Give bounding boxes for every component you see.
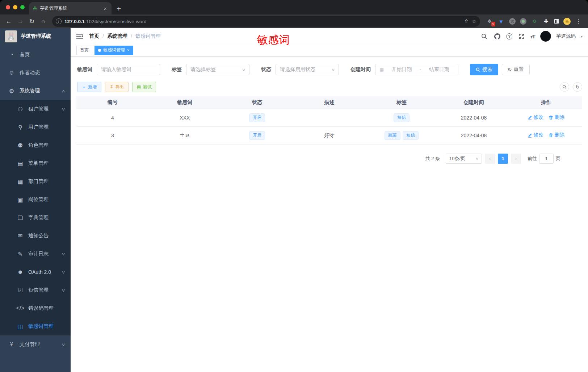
close-tag-icon[interactable]: × xyxy=(127,48,130,53)
sidebar-logo[interactable]: 🐰 芋道管理系统 xyxy=(0,28,71,44)
site-info-icon[interactable]: i xyxy=(56,18,62,24)
user-avatar[interactable] xyxy=(540,31,551,42)
fullscreen-icon[interactable] xyxy=(517,32,525,40)
sidebar-item-审计日志[interactable]: ✎审计日志∨ xyxy=(0,245,71,263)
extensions-puzzle-icon[interactable]: ✚ xyxy=(542,18,550,25)
sidebar-item-字典管理[interactable]: ❏字典管理 xyxy=(0,209,71,227)
cell-word: 土豆 xyxy=(149,126,221,144)
status-badge[interactable]: 开启 xyxy=(249,113,265,122)
prev-page-button[interactable]: ‹ xyxy=(485,154,495,164)
window-controls[interactable] xyxy=(6,5,25,9)
search-icon[interactable] xyxy=(480,32,488,40)
keyword-input[interactable]: 请输入敏感词 xyxy=(97,64,160,75)
view-tag-首页[interactable]: 首页 xyxy=(76,46,92,55)
search-button[interactable]: 搜索 xyxy=(470,64,498,75)
delete-link[interactable]: 删除 xyxy=(549,132,564,138)
star-extension-icon[interactable]: ✩ xyxy=(531,18,538,25)
refresh-table-button[interactable]: ↻ xyxy=(573,82,582,92)
reset-button-label: 重置 xyxy=(514,66,524,73)
sidebar-item-部门管理[interactable]: ▦部门管理 xyxy=(0,172,71,191)
reset-button[interactable]: ↻ 重置 xyxy=(502,64,530,75)
sidebar-item-用户管理[interactable]: ⚲用户管理 xyxy=(0,118,71,136)
app-title: 芋道管理系统 xyxy=(21,33,51,39)
cell-description: 好呀 xyxy=(293,126,366,144)
zoom-window-button[interactable] xyxy=(20,5,25,9)
column-header-敏感词: 敏感词 xyxy=(149,96,221,109)
sidebar-item-label: 支付管理 xyxy=(20,341,62,348)
user-name[interactable]: 芋道源码 xyxy=(556,33,576,39)
cell-description xyxy=(293,109,366,126)
collapse-sidebar-icon[interactable] xyxy=(76,33,83,39)
sidebar-item-错误码管理[interactable]: </>错误码管理 xyxy=(0,299,71,317)
breadcrumb-separator: / xyxy=(131,33,132,39)
edit-link-label: 修改 xyxy=(533,132,543,138)
side-panel-icon[interactable] xyxy=(554,19,559,24)
delete-link[interactable]: 删除 xyxy=(549,114,564,121)
edit-link[interactable]: 修改 xyxy=(528,114,543,121)
browser-menu-icon[interactable]: ⋮ xyxy=(575,18,582,25)
home-icon[interactable]: ⌂ xyxy=(38,16,49,26)
pagination: 共 2 条 10条/页 ∨ ‹ 1 › 前往 1 页 xyxy=(76,154,582,164)
funnel-extension-icon[interactable]: ▼ xyxy=(497,18,505,25)
next-page-button[interactable]: › xyxy=(511,154,521,164)
tenant-icon: ⚇ xyxy=(16,106,25,113)
profile-avatar[interactable]: ☺ xyxy=(563,18,571,25)
sidebar-item-首页[interactable]: ◔首页 xyxy=(0,46,71,64)
view-tag-敏感词管理[interactable]: 敏感词管理× xyxy=(94,46,133,55)
browser-tab[interactable]: ☘ 芋道管理系统 × xyxy=(29,2,112,14)
add-button[interactable]: ＋ 新增 xyxy=(77,82,101,92)
tag-select[interactable]: 请选择标签 ∨ xyxy=(186,64,249,75)
minimize-window-button[interactable] xyxy=(13,5,17,9)
sidebar-item-支付管理[interactable]: ¥支付管理∨ xyxy=(0,335,71,354)
share-icon[interactable]: ⇧ xyxy=(464,18,469,25)
sidebar-item-租户管理[interactable]: ⚇租户管理∨ xyxy=(0,100,71,118)
forward-icon[interactable]: → xyxy=(15,16,25,26)
column-header-标签: 标签 xyxy=(365,96,438,109)
page-size-select[interactable]: 10条/页 ∨ xyxy=(446,154,482,164)
keyword-label: 敏感词 xyxy=(77,66,92,73)
status-badge[interactable]: 开启 xyxy=(249,131,265,140)
command-extension-icon[interactable]: ⌘ xyxy=(509,18,516,25)
status-label: 状态 xyxy=(261,66,271,73)
close-window-button[interactable] xyxy=(6,5,10,9)
help-icon[interactable]: ? xyxy=(506,33,512,39)
sidebar-item-作者动态[interactable]: ☺作者动态 xyxy=(0,64,71,82)
sidebar-item-通知公告[interactable]: ✉通知公告 xyxy=(0,227,71,245)
test-button[interactable]: ▤ 测试 xyxy=(132,82,156,92)
reload-icon[interactable]: ↻ xyxy=(27,16,37,26)
github-icon[interactable] xyxy=(493,32,501,40)
show-search-toggle-button[interactable] xyxy=(560,82,569,92)
goto-page-input[interactable]: 1 xyxy=(539,154,554,164)
sidebar-item-敏感词管理[interactable]: ◫敏感词管理 xyxy=(0,317,71,335)
status-select[interactable]: 请选择启用状态 ∨ xyxy=(276,64,339,75)
back-icon[interactable]: ← xyxy=(4,16,14,26)
cell-status: 开启 xyxy=(221,109,293,126)
plus-icon: ＋ xyxy=(82,84,86,90)
tab-grid-extension-icon[interactable]: ❖ 9 xyxy=(486,18,493,25)
sidebar-item-OAuth 2.0[interactable]: ☻OAuth 2.0∨ xyxy=(0,263,71,281)
goto-label: 前往 xyxy=(528,155,537,162)
total-count: 共 2 条 xyxy=(425,155,440,162)
post-icon: ▣ xyxy=(16,196,25,203)
sidebar-item-系统管理[interactable]: ⚙系统管理∧ xyxy=(0,82,71,100)
font-size-icon[interactable]: тT xyxy=(530,33,535,39)
bookmark-star-icon[interactable]: ☆ xyxy=(472,18,476,25)
breadcrumb-item[interactable]: 系统管理 xyxy=(107,33,127,39)
sidebar-item-短信管理[interactable]: ☑短信管理∨ xyxy=(0,281,71,299)
address-bar[interactable]: i 127.0.0.1:1024/system/sensitive-word ⇧… xyxy=(52,16,480,27)
edit-link[interactable]: 修改 xyxy=(528,132,543,138)
date-range-input[interactable]: ▦ 开始日期 - 结束日期 xyxy=(375,64,458,75)
user-menu-caret-icon[interactable]: ▾ xyxy=(581,34,583,38)
sidebar-item-菜单管理[interactable]: ▤菜单管理 xyxy=(0,154,71,172)
tag-placeholder: 请选择标签 xyxy=(190,66,216,73)
sidebar-item-角色管理[interactable]: ⚉角色管理 xyxy=(0,136,71,154)
export-button[interactable]: ↧ 导出 xyxy=(105,82,129,92)
breadcrumb-item[interactable]: 首页 xyxy=(89,33,99,39)
page-number-button[interactable]: 1 xyxy=(498,154,508,164)
sidebar-item-岗位管理[interactable]: ▣岗位管理 xyxy=(0,191,71,209)
main-area: 首页/系统管理/敏感词管理 敏感词 ? тT 芋道源码 ▾ 首页敏感词管理× xyxy=(71,28,588,372)
recorder-extension-icon[interactable] xyxy=(520,18,526,25)
close-tab-icon[interactable]: × xyxy=(102,5,108,12)
date-separator: - xyxy=(420,67,421,72)
new-tab-button[interactable]: + xyxy=(117,5,121,12)
